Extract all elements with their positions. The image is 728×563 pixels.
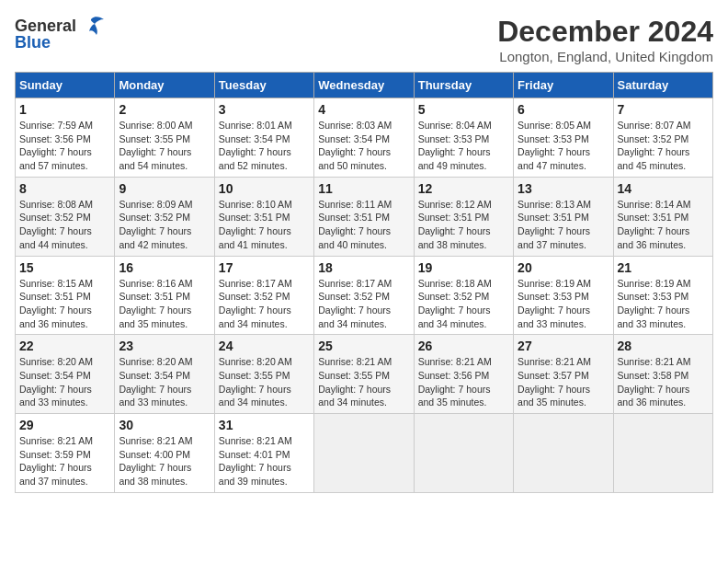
day-number: 19 [418, 260, 509, 275]
page-header: General Blue December 2024 Longton, Engl… [15, 15, 713, 64]
day-number: 6 [518, 102, 609, 117]
day-info: Sunrise: 8:20 AM Sunset: 3:54 PM Dayligh… [19, 355, 110, 409]
day-info: Sunrise: 8:21 AM Sunset: 3:56 PM Dayligh… [418, 355, 509, 409]
day-number: 20 [518, 260, 609, 275]
day-cell: 19Sunrise: 8:18 AM Sunset: 3:52 PM Dayli… [414, 256, 513, 335]
day-cell: 3Sunrise: 8:01 AM Sunset: 3:54 PM Daylig… [214, 98, 313, 178]
day-number: 16 [119, 260, 210, 275]
day-number: 8 [19, 181, 110, 196]
day-cell: 31Sunrise: 8:21 AM Sunset: 4:01 PM Dayli… [214, 414, 313, 493]
day-info: Sunrise: 8:04 AM Sunset: 3:53 PM Dayligh… [418, 119, 509, 173]
col-header-thursday: Thursday [414, 73, 513, 98]
day-number: 14 [618, 181, 709, 196]
logo-bird-icon [78, 15, 106, 37]
day-info: Sunrise: 8:21 AM Sunset: 3:57 PM Dayligh… [518, 355, 609, 409]
day-number: 10 [219, 181, 310, 196]
day-info: Sunrise: 8:03 AM Sunset: 3:54 PM Dayligh… [318, 119, 409, 173]
day-cell: 21Sunrise: 8:19 AM Sunset: 3:53 PM Dayli… [613, 256, 712, 335]
col-header-tuesday: Tuesday [214, 73, 313, 98]
day-info: Sunrise: 8:17 AM Sunset: 3:52 PM Dayligh… [219, 277, 310, 331]
day-info: Sunrise: 8:12 AM Sunset: 3:51 PM Dayligh… [418, 198, 509, 252]
day-cell: 24Sunrise: 8:20 AM Sunset: 3:55 PM Dayli… [214, 335, 313, 414]
col-header-sunday: Sunday [16, 73, 115, 98]
day-cell: 12Sunrise: 8:12 AM Sunset: 3:51 PM Dayli… [414, 177, 513, 256]
day-cell: 2Sunrise: 8:00 AM Sunset: 3:55 PM Daylig… [115, 98, 214, 178]
day-number: 5 [418, 102, 509, 117]
header-row: SundayMondayTuesdayWednesdayThursdayFrid… [16, 73, 713, 98]
day-cell: 30Sunrise: 8:21 AM Sunset: 4:00 PM Dayli… [115, 414, 214, 493]
day-info: Sunrise: 8:05 AM Sunset: 3:53 PM Dayligh… [518, 119, 609, 173]
week-row-4: 22Sunrise: 8:20 AM Sunset: 3:54 PM Dayli… [16, 335, 713, 414]
day-cell: 20Sunrise: 8:19 AM Sunset: 3:53 PM Dayli… [514, 256, 613, 335]
day-info: Sunrise: 8:14 AM Sunset: 3:51 PM Dayligh… [618, 198, 709, 252]
day-number: 13 [518, 181, 609, 196]
logo-text-blue: Blue [15, 33, 51, 52]
col-header-friday: Friday [514, 73, 613, 98]
day-info: Sunrise: 8:21 AM Sunset: 3:55 PM Dayligh… [318, 355, 409, 409]
day-info: Sunrise: 8:21 AM Sunset: 3:58 PM Dayligh… [618, 355, 709, 409]
col-header-monday: Monday [115, 73, 214, 98]
day-info: Sunrise: 8:15 AM Sunset: 3:51 PM Dayligh… [19, 277, 110, 331]
day-info: Sunrise: 8:20 AM Sunset: 3:55 PM Dayligh… [219, 355, 310, 409]
day-info: Sunrise: 8:08 AM Sunset: 3:52 PM Dayligh… [19, 198, 110, 252]
day-cell: 9Sunrise: 8:09 AM Sunset: 3:52 PM Daylig… [115, 177, 214, 256]
day-cell: 5Sunrise: 8:04 AM Sunset: 3:53 PM Daylig… [414, 98, 513, 178]
day-number: 27 [518, 339, 609, 353]
day-info: Sunrise: 8:01 AM Sunset: 3:54 PM Dayligh… [219, 119, 310, 173]
day-info: Sunrise: 8:21 AM Sunset: 4:00 PM Dayligh… [119, 434, 210, 488]
day-info: Sunrise: 8:11 AM Sunset: 3:51 PM Dayligh… [318, 198, 409, 252]
day-number: 3 [219, 102, 310, 117]
day-cell: 15Sunrise: 8:15 AM Sunset: 3:51 PM Dayli… [16, 256, 115, 335]
day-number: 22 [19, 339, 110, 353]
day-number: 17 [219, 260, 310, 275]
day-cell: 23Sunrise: 8:20 AM Sunset: 3:54 PM Dayli… [115, 335, 214, 414]
day-info: Sunrise: 8:17 AM Sunset: 3:52 PM Dayligh… [318, 277, 409, 331]
week-row-5: 29Sunrise: 8:21 AM Sunset: 3:59 PM Dayli… [16, 414, 713, 493]
day-number: 29 [19, 418, 110, 432]
day-cell: 7Sunrise: 8:07 AM Sunset: 3:52 PM Daylig… [613, 98, 712, 178]
day-cell: 27Sunrise: 8:21 AM Sunset: 3:57 PM Dayli… [514, 335, 613, 414]
day-info: Sunrise: 8:00 AM Sunset: 3:55 PM Dayligh… [119, 119, 210, 173]
day-cell: 6Sunrise: 8:05 AM Sunset: 3:53 PM Daylig… [514, 98, 613, 178]
day-number: 2 [119, 102, 210, 117]
week-row-3: 15Sunrise: 8:15 AM Sunset: 3:51 PM Dayli… [16, 256, 713, 335]
day-cell [414, 414, 513, 493]
day-cell: 4Sunrise: 8:03 AM Sunset: 3:54 PM Daylig… [314, 98, 414, 178]
title-block: December 2024 Longton, England, United K… [497, 15, 713, 64]
day-info: Sunrise: 8:09 AM Sunset: 3:52 PM Dayligh… [119, 198, 210, 252]
day-cell [314, 414, 414, 493]
day-cell: 17Sunrise: 8:17 AM Sunset: 3:52 PM Dayli… [214, 256, 313, 335]
logo: General Blue [15, 15, 106, 52]
day-cell: 18Sunrise: 8:17 AM Sunset: 3:52 PM Dayli… [314, 256, 414, 335]
day-number: 15 [19, 260, 110, 275]
day-number: 24 [219, 339, 310, 353]
day-number: 18 [318, 260, 409, 275]
day-cell: 1Sunrise: 7:59 AM Sunset: 3:56 PM Daylig… [16, 98, 115, 178]
day-cell: 14Sunrise: 8:14 AM Sunset: 3:51 PM Dayli… [613, 177, 712, 256]
day-info: Sunrise: 8:16 AM Sunset: 3:51 PM Dayligh… [119, 277, 210, 331]
location: Longton, England, United Kingdom [497, 49, 713, 64]
day-number: 4 [318, 102, 409, 117]
day-info: Sunrise: 8:07 AM Sunset: 3:52 PM Dayligh… [618, 119, 709, 173]
day-cell: 11Sunrise: 8:11 AM Sunset: 3:51 PM Dayli… [314, 177, 414, 256]
day-number: 12 [418, 181, 509, 196]
day-info: Sunrise: 8:21 AM Sunset: 4:01 PM Dayligh… [219, 434, 310, 488]
day-number: 7 [618, 102, 709, 117]
day-cell: 25Sunrise: 8:21 AM Sunset: 3:55 PM Dayli… [314, 335, 414, 414]
day-info: Sunrise: 8:19 AM Sunset: 3:53 PM Dayligh… [518, 277, 609, 331]
day-cell: 8Sunrise: 8:08 AM Sunset: 3:52 PM Daylig… [16, 177, 115, 256]
day-info: Sunrise: 8:19 AM Sunset: 3:53 PM Dayligh… [618, 277, 709, 331]
day-cell: 26Sunrise: 8:21 AM Sunset: 3:56 PM Dayli… [414, 335, 513, 414]
day-number: 26 [418, 339, 509, 353]
day-info: Sunrise: 8:21 AM Sunset: 3:59 PM Dayligh… [19, 434, 110, 488]
day-info: Sunrise: 8:20 AM Sunset: 3:54 PM Dayligh… [119, 355, 210, 409]
day-number: 25 [318, 339, 409, 353]
col-header-wednesday: Wednesday [314, 73, 414, 98]
day-number: 21 [618, 260, 709, 275]
month-title: December 2024 [497, 15, 713, 49]
day-number: 30 [119, 418, 210, 432]
day-cell: 29Sunrise: 8:21 AM Sunset: 3:59 PM Dayli… [16, 414, 115, 493]
day-number: 9 [119, 181, 210, 196]
day-cell [514, 414, 613, 493]
day-number: 31 [219, 418, 310, 432]
